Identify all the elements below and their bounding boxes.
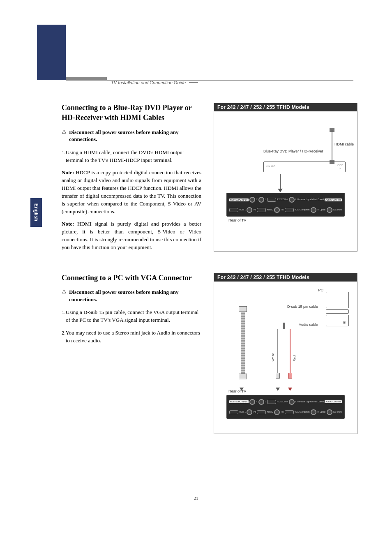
- port-icon: [274, 207, 280, 213]
- step-1: 1.Using a D-Sub 15 pin cable, connect th…: [62, 309, 201, 324]
- note-label: Note:: [62, 169, 74, 175]
- header-accent: [66, 77, 107, 80]
- header-rule: [66, 80, 353, 81]
- content: Connecting to a Blue-Ray DVD Player or H…: [62, 103, 357, 450]
- port-coaxial-label: Coaxial: [318, 401, 324, 403]
- crop-mark: [363, 527, 384, 527]
- port-icon: [311, 409, 316, 415]
- rear-of-tv-label: Rear of TV: [228, 389, 246, 393]
- section-vga: Connecting to a PC with VGA Connector ⚠ …: [62, 273, 357, 434]
- hdmi-port-icon: [229, 410, 238, 414]
- audio-split-icon: [272, 329, 296, 379]
- panel-row-top: HDTV & PC INPUT Y L RS232C Port L Firmwa…: [229, 195, 342, 205]
- note-2: Note: HDMI signal is purely digital and …: [62, 220, 201, 251]
- hdmi-cable-icon: [332, 130, 332, 163]
- port-l-label: L: [265, 199, 266, 201]
- white-label: White: [271, 353, 275, 361]
- port-l2-label: L: [295, 199, 297, 201]
- page: English TV Installation and Connection G…: [0, 0, 392, 554]
- rs232-port-icon: [267, 198, 276, 202]
- port-firmware-label: Firmware Upgrade Port: [297, 199, 317, 201]
- dsub-label: D-sub 15 pin cable: [287, 305, 318, 309]
- port-l-label: L: [265, 401, 266, 403]
- player-device-icon: [263, 162, 346, 172]
- page-number: 21: [0, 496, 392, 501]
- crop-mark: [8, 27, 29, 27]
- vga-port-icon: [285, 208, 294, 212]
- section-hdmi-text: Connecting to a Blue-Ray DVD Player or H…: [62, 103, 201, 256]
- warning-row: ⚠ Disconnect all power sources before ma…: [62, 289, 201, 303]
- crop-mark: [29, 515, 29, 527]
- diagram-hdmi: For 242 / 247 / 252 / 255 TFHD Models HD…: [214, 103, 357, 252]
- crop-mark: [363, 27, 384, 27]
- diagram-vga-body: PC D-sub 15 pin cable Audio cable: [214, 282, 357, 434]
- panel-row-bottom: HDMI 1 PB HDMI 2 PR VGA / Component: [229, 205, 342, 215]
- header-dash: [189, 82, 198, 83]
- port-earphone-label: Ear phone: [333, 209, 342, 211]
- hdmi-cable-label: HDMI cable: [334, 142, 354, 147]
- cable-drop-icon: [280, 174, 281, 190]
- rca-red-icon: [288, 373, 292, 379]
- vga-cable-body-icon: [241, 312, 245, 374]
- port-pr-label: PR: [281, 411, 284, 413]
- crop-mark: [363, 27, 363, 39]
- port-r-label: R: [317, 209, 318, 211]
- hdmi-port-icon: [229, 208, 238, 212]
- panel-audio-out-label: AUDIO OUTPUT: [325, 400, 342, 403]
- section-vga-diagram: For 242 / 247 / 252 / 255 TFHD Models PC…: [214, 273, 357, 434]
- note-label: Note:: [62, 221, 74, 227]
- port-icon: [327, 207, 332, 213]
- panel-hdtv-pc-label: HDTV & PC INPUT: [229, 199, 249, 201]
- port-r-label: R: [317, 411, 318, 413]
- diagram-hdmi-body: HDMI cable Blue-Ray DVD Player / HD-Rece…: [214, 111, 357, 251]
- port-firmware-label: Firmware Upgrade Port: [297, 401, 317, 403]
- note-2-text: HDMI signal is purely digital and provid…: [62, 221, 201, 250]
- crop-mark: [29, 27, 29, 39]
- port-icon: [289, 197, 295, 203]
- port-icon: [247, 409, 252, 415]
- port-pb-label: PB: [254, 209, 256, 211]
- hdmi-port-icon: [257, 410, 266, 414]
- vga-cable-icon: [237, 306, 249, 380]
- audio-red-wire-icon: [290, 329, 291, 374]
- dsub-label-text: D-sub 15 pin cable: [287, 305, 318, 309]
- diagram-hdmi-title: For 242 / 247 / 252 / 255 TFHD Models: [214, 103, 357, 111]
- pc-label: PC: [318, 288, 323, 292]
- port-l2-label: L: [295, 401, 297, 403]
- warning-icon: ⚠: [62, 129, 67, 143]
- crop-mark: [363, 515, 363, 527]
- arrow-down-icon: [276, 388, 280, 391]
- port-hdmi1-label: HDMI 1: [239, 411, 245, 413]
- panel-row-bottom: HDMI 1 PB HDMI 2 PR VGA / Component: [229, 408, 342, 417]
- rs232-port-icon: [267, 400, 276, 404]
- port-optical-label: Optical: [320, 411, 325, 413]
- section-hdmi-diagram: For 242 / 247 / 252 / 255 TFHD Models HD…: [214, 103, 357, 256]
- panel-row-top: HDTV & PC INPUT Y L RS232C Port L Firmwa…: [229, 397, 342, 407]
- keyboard-icon: [326, 309, 349, 314]
- tower-icon: [326, 315, 349, 326]
- step-2: 2.You may need to use a Stereo mini jack…: [62, 329, 201, 345]
- port-icon: [327, 409, 332, 415]
- port-y-label: Y: [256, 401, 258, 403]
- panel-audio-out-label: AUDIO OUTPUT: [325, 199, 342, 201]
- port-icon: [249, 197, 255, 203]
- arrow-down-icon: [278, 189, 283, 192]
- breadcrumb: TV Installation and Connection Guide: [111, 80, 186, 85]
- port-rs232-label: RS232C Port: [277, 199, 288, 201]
- audio-cable-icon: [272, 323, 296, 384]
- panel-hdtv-pc-label: HDTV & PC INPUT: [229, 400, 249, 403]
- port-hdmi1-label: HDMI 1: [239, 209, 245, 211]
- rca-white-icon: [276, 373, 280, 379]
- tv-rear-panel-icon: HDTV & PC INPUT Y L RS232C Port L Firmwa…: [226, 395, 345, 419]
- port-icon: [247, 207, 252, 213]
- audio-white-wire-icon: [277, 329, 278, 374]
- warning-text: Disconnect all power sources before maki…: [69, 289, 201, 303]
- section-vga-text: Connecting to a PC with VGA Connector ⚠ …: [62, 273, 201, 434]
- port-pb-label: PB: [254, 411, 256, 413]
- port-icon: [289, 399, 295, 405]
- port-icon: [249, 399, 255, 405]
- port-y-label: Y: [256, 199, 258, 201]
- audio-cable-label: Audio cable: [299, 323, 318, 327]
- player-label: Blue-Ray DVD Player / HD-Receiver: [263, 149, 323, 154]
- port-rs232-label: RS232C Port: [277, 401, 288, 403]
